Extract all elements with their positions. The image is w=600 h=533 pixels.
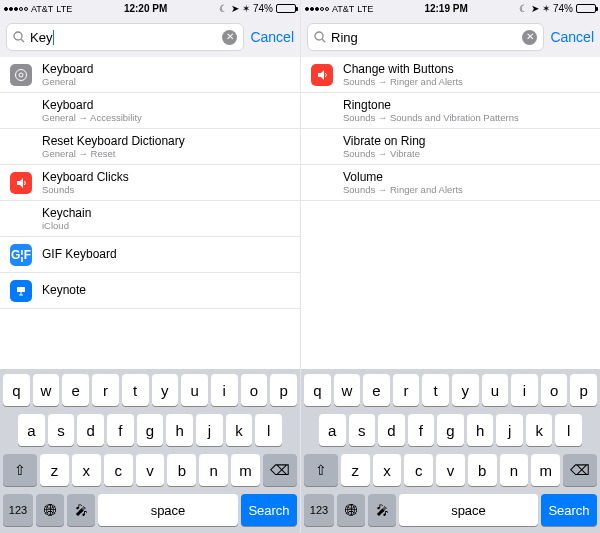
key-v[interactable]: v [436, 454, 465, 486]
key-a[interactable]: a [18, 414, 45, 446]
key-b[interactable]: b [167, 454, 196, 486]
numbers-key[interactable]: 123 [304, 494, 334, 526]
key-v[interactable]: v [136, 454, 165, 486]
key-g[interactable]: g [137, 414, 164, 446]
key-g[interactable]: g [437, 414, 464, 446]
dnd-moon-icon: ☾ [519, 3, 528, 14]
result-item[interactable]: Vibrate on RingSounds → Vibrate [301, 129, 600, 165]
space-key[interactable]: space [399, 494, 538, 526]
search-key[interactable]: Search [541, 494, 597, 526]
key-h[interactable]: h [467, 414, 494, 446]
text-cursor [53, 30, 54, 45]
search-input[interactable]: Key ✕ [6, 23, 244, 51]
key-y[interactable]: y [152, 374, 179, 406]
cancel-button[interactable]: Cancel [550, 29, 594, 45]
result-item[interactable]: G¦F GIF Keyboard [0, 237, 300, 273]
key-s[interactable]: s [48, 414, 75, 446]
result-item[interactable]: ☁ KeychainiCloud [0, 201, 300, 237]
result-item[interactable]: Change with ButtonsSounds → Ringer and A… [301, 57, 600, 93]
clock-label: 12:20 PM [72, 3, 219, 14]
result-item[interactable]: Keynote [0, 273, 300, 309]
screen-right: AT&T LTE 12:19 PM ☾ ➤ ✶ 74% Ring ✕ Cance… [300, 0, 600, 533]
key-k[interactable]: k [226, 414, 253, 446]
key-o[interactable]: o [241, 374, 268, 406]
result-item[interactable]: KeyboardGeneral [0, 57, 300, 93]
key-c[interactable]: c [104, 454, 133, 486]
result-item[interactable]: Keyboard ClicksSounds [0, 165, 300, 201]
backspace-key[interactable]: ⌫ [563, 454, 597, 486]
key-f[interactable]: f [107, 414, 134, 446]
key-l[interactable]: l [555, 414, 582, 446]
key-u[interactable]: u [181, 374, 208, 406]
key-x[interactable]: x [373, 454, 402, 486]
key-u[interactable]: u [482, 374, 509, 406]
key-e[interactable]: e [62, 374, 89, 406]
key-m[interactable]: m [231, 454, 260, 486]
key-n[interactable]: n [199, 454, 228, 486]
key-c[interactable]: c [404, 454, 433, 486]
globe-key[interactable]: 🌐︎ [337, 494, 365, 526]
result-sub: Sounds → Vibrate [343, 148, 426, 159]
shift-key[interactable]: ⇧ [304, 454, 338, 486]
key-k[interactable]: k [526, 414, 553, 446]
result-sub: General → Accessibility [42, 112, 142, 123]
signal-dots-icon [4, 7, 28, 11]
key-i[interactable]: i [511, 374, 538, 406]
key-h[interactable]: h [166, 414, 193, 446]
search-input[interactable]: Ring ✕ [307, 23, 544, 51]
key-l[interactable]: l [255, 414, 282, 446]
key-d[interactable]: d [77, 414, 104, 446]
key-p[interactable]: p [270, 374, 297, 406]
dnd-moon-icon: ☾ [219, 3, 228, 14]
key-q[interactable]: q [304, 374, 331, 406]
result-title: Keynote [42, 283, 86, 297]
cancel-button[interactable]: Cancel [250, 29, 294, 45]
keynote-app-icon [10, 280, 32, 302]
backspace-key[interactable]: ⌫ [263, 454, 297, 486]
key-p[interactable]: p [570, 374, 597, 406]
key-f[interactable]: f [408, 414, 435, 446]
key-b[interactable]: b [468, 454, 497, 486]
svg-point-3 [19, 73, 23, 77]
key-w[interactable]: w [334, 374, 361, 406]
result-item[interactable]: VolumeSounds → Ringer and Alerts [301, 165, 600, 201]
clear-search-button[interactable]: ✕ [522, 30, 537, 45]
key-z[interactable]: z [341, 454, 370, 486]
key-y[interactable]: y [452, 374, 479, 406]
key-w[interactable]: w [33, 374, 60, 406]
key-q[interactable]: q [3, 374, 30, 406]
result-item[interactable]: RingtoneSounds → Sounds and Vibration Pa… [301, 93, 600, 129]
clear-search-button[interactable]: ✕ [222, 30, 237, 45]
key-x[interactable]: x [72, 454, 101, 486]
key-r[interactable]: r [393, 374, 420, 406]
numbers-key[interactable]: 123 [3, 494, 33, 526]
mic-key[interactable]: 🎤︎ [67, 494, 95, 526]
keyboard: q w e r t y u i o p a s d f g h j k l ⇧ … [301, 369, 600, 533]
key-o[interactable]: o [541, 374, 568, 406]
key-j[interactable]: j [496, 414, 523, 446]
svg-point-0 [14, 32, 22, 40]
screen-left: AT&T LTE 12:20 PM ☾ ➤ ✶ 74% Key ✕ Cancel… [0, 0, 300, 533]
key-r[interactable]: r [92, 374, 119, 406]
key-s[interactable]: s [349, 414, 376, 446]
key-e[interactable]: e [363, 374, 390, 406]
mic-key[interactable]: 🎤︎ [368, 494, 396, 526]
search-icon [314, 31, 326, 43]
key-m[interactable]: m [531, 454, 560, 486]
key-a[interactable]: a [319, 414, 346, 446]
key-t[interactable]: t [422, 374, 449, 406]
battery-pct-label: 74% [553, 3, 573, 14]
key-j[interactable]: j [196, 414, 223, 446]
result-item[interactable]: KeyboardGeneral → Accessibility [0, 93, 300, 129]
globe-key[interactable]: 🌐︎ [36, 494, 64, 526]
space-key[interactable]: space [98, 494, 238, 526]
result-item[interactable]: Reset Keyboard DictionaryGeneral → Reset [0, 129, 300, 165]
key-z[interactable]: z [40, 454, 69, 486]
bluetooth-icon: ✶ [542, 3, 550, 14]
key-n[interactable]: n [500, 454, 529, 486]
key-d[interactable]: d [378, 414, 405, 446]
search-key[interactable]: Search [241, 494, 297, 526]
shift-key[interactable]: ⇧ [3, 454, 37, 486]
key-i[interactable]: i [211, 374, 238, 406]
key-t[interactable]: t [122, 374, 149, 406]
